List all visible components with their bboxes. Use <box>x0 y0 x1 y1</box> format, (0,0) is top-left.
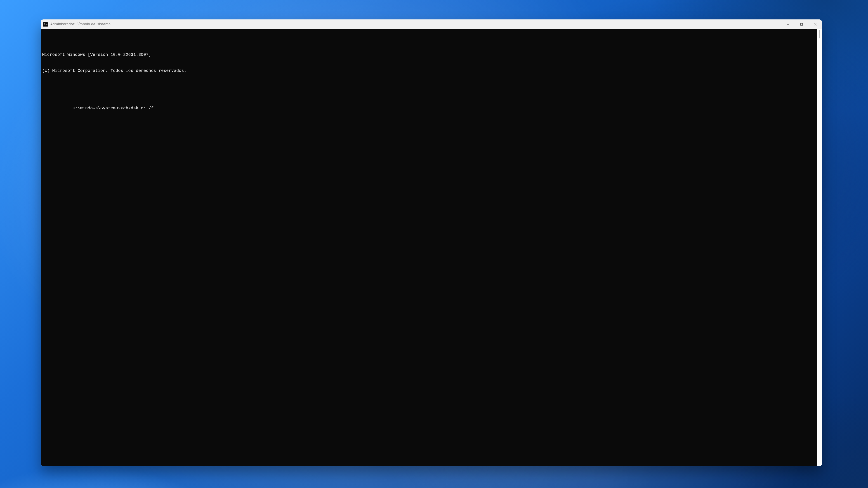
vertical-scrollbar[interactable] <box>817 29 822 466</box>
window-titlebar[interactable]: C:\. Administrador: Símbolo del sistema <box>41 20 822 29</box>
cmd-app-icon-glyph: C:\. <box>43 23 48 25</box>
terminal-line-version: Microsoft Windows [Versión 10.0.22631.30… <box>42 52 815 58</box>
terminal-command-line: C:\Windows\System32>chkdsk c: /f <box>42 100 815 116</box>
minimize-icon <box>786 23 789 26</box>
scrollbar-track <box>818 30 821 465</box>
terminal-prompt: C:\Windows\System32> <box>72 106 123 111</box>
terminal-blank-line <box>42 84 815 90</box>
terminal-typed-command: chkdsk c: /f <box>123 106 153 111</box>
command-prompt-window: C:\. Administrador: Símbolo del sistema <box>41 20 822 466</box>
window-title: Administrador: Símbolo del sistema <box>50 23 111 26</box>
terminal-area: Microsoft Windows [Versión 10.0.22631.30… <box>41 29 822 466</box>
maximize-icon <box>800 23 803 26</box>
terminal-line-copyright: (c) Microsoft Corporation. Todos los der… <box>42 68 815 74</box>
desktop-wallpaper: C:\. Administrador: Símbolo del sistema <box>0 0 868 488</box>
terminal-output[interactable]: Microsoft Windows [Versión 10.0.22631.30… <box>41 29 817 466</box>
window-controls <box>781 20 822 29</box>
close-icon <box>814 23 816 26</box>
maximize-button[interactable] <box>795 20 808 29</box>
scrollbar-thumb[interactable] <box>819 30 820 38</box>
svg-rect-1 <box>801 23 803 25</box>
minimize-button[interactable] <box>781 20 795 29</box>
close-button[interactable] <box>808 20 822 29</box>
cmd-app-icon: C:\. <box>43 22 48 27</box>
